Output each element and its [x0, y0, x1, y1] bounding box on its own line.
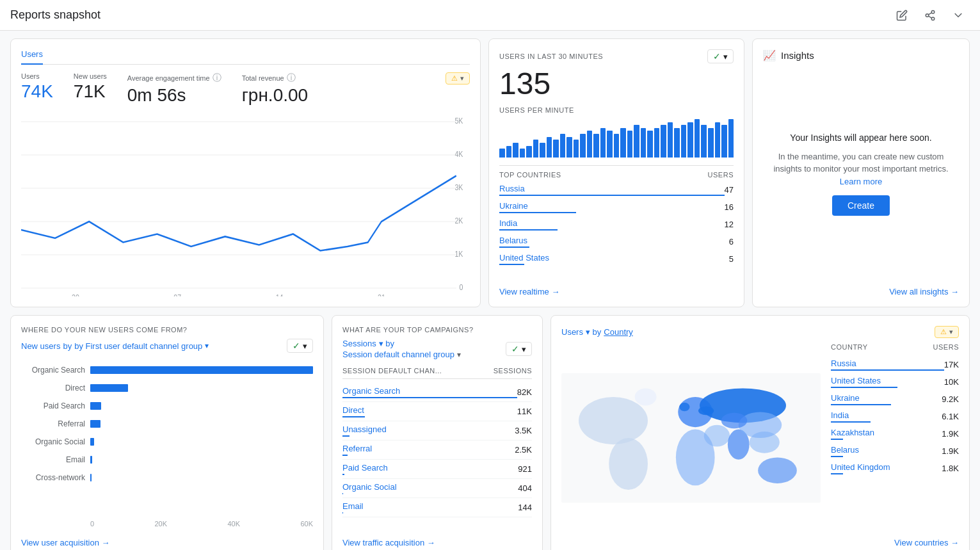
session-channel[interactable]: Paid Search — [342, 463, 388, 473]
more-button[interactable] — [947, 4, 970, 27]
geo-country-name[interactable]: United States — [831, 376, 881, 385]
hbar-track — [90, 456, 313, 464]
mini-bar — [540, 143, 545, 158]
share-button[interactable] — [919, 4, 942, 27]
mini-bar-chart — [499, 119, 734, 158]
geo-country-row: Ukraine 9.2K — [831, 391, 959, 408]
svg-point-1 — [926, 13, 929, 17]
mini-bar — [668, 122, 673, 158]
view-all-insights-link[interactable]: View all insights → — [763, 287, 959, 296]
geo-country-name[interactable]: United Kingdom — [831, 462, 890, 472]
mini-bar — [560, 134, 566, 158]
revenue-value: грн.0.00 — [242, 85, 309, 106]
session-channel[interactable]: Unassigned — [342, 425, 387, 434]
hbar-track — [90, 384, 313, 392]
edit-button[interactable] — [890, 4, 913, 27]
geo-warning-badge[interactable]: ⚠ ▾ — [935, 326, 959, 338]
tab-users[interactable]: Users — [21, 49, 43, 64]
new-users-metric: New users 71K — [74, 72, 107, 102]
svg-point-33 — [739, 412, 782, 439]
svg-text:2K: 2K — [454, 216, 463, 225]
country-name[interactable]: India — [499, 218, 517, 228]
realtime-header: USERS IN LAST 30 MINUTES ✓ ▾ — [499, 49, 734, 63]
engagement-info-icon[interactable]: ⓘ — [213, 72, 221, 84]
hbar-track — [90, 474, 313, 481]
geo-country-name[interactable]: Russia — [831, 359, 856, 368]
bottom-row: WHERE DO YOUR NEW USERS COME FROM? New u… — [10, 315, 970, 550]
svg-text:21: 21 — [378, 293, 385, 296]
hbar-fill — [90, 384, 128, 392]
campaigns-section-label: WHAT ARE YOUR TOP CAMPAIGNS? — [342, 326, 532, 334]
insights-body: Your Insights will appear here soon. In … — [763, 61, 959, 287]
insights-trend-icon: 📈 — [763, 49, 776, 61]
mini-bar — [499, 149, 505, 158]
country-name[interactable]: United States — [499, 253, 549, 263]
new-users-value: 71K — [74, 81, 107, 102]
geo-card: Users ▾ by Country ⚠ ▾ — [550, 315, 970, 550]
session-bar — [342, 455, 348, 456]
session-channel[interactable]: Organic Social — [342, 482, 397, 492]
view-realtime-link[interactable]: View realtime → — [499, 287, 734, 296]
session-bar — [342, 512, 343, 514]
create-button[interactable]: Create — [832, 195, 890, 216]
svg-line-4 — [928, 12, 931, 14]
hbar-tick: 60K — [300, 520, 313, 528]
geo-warning-icon: ⚠ — [940, 328, 947, 336]
engagement-metric: Average engagement time ⓘ 0m 56s — [127, 72, 221, 106]
revenue-info-icon[interactable]: ⓘ — [287, 72, 296, 84]
metrics-tabs: Users — [21, 49, 470, 65]
country-name[interactable]: Russia — [499, 184, 525, 193]
geo-country-value: 6.1K — [942, 412, 959, 421]
country-row: India 12 — [499, 218, 734, 231]
svg-text:30: 30 — [72, 293, 79, 296]
geo-country-bar — [831, 369, 944, 371]
insights-card: 📈 Insights Your Insights will appear her… — [752, 38, 970, 307]
mini-bar — [634, 125, 639, 158]
geo-country-name[interactable]: Belarus — [831, 445, 859, 455]
geo-country-row: Belarus 1.9K — [831, 442, 959, 460]
acquisition-dropdown-icon[interactable]: ▾ — [205, 341, 209, 350]
view-traffic-link[interactable]: View traffic acquisition → — [342, 538, 532, 547]
realtime-badge[interactable]: ✓ ▾ — [707, 49, 734, 63]
hbar-tick: 20K — [155, 520, 168, 528]
hbar-label: Organic Social — [21, 437, 85, 446]
geo-country-bar — [831, 387, 897, 388]
country-name[interactable]: Belarus — [499, 236, 527, 245]
geo-header-left: Users ▾ by Country — [561, 327, 633, 337]
learn-more-link[interactable]: Learn more — [840, 177, 882, 186]
geo-country-bar — [831, 456, 843, 457]
svg-point-2 — [931, 17, 935, 20]
session-channel[interactable]: Referral — [342, 444, 372, 453]
acq-dropdown-icon: ▾ — [303, 341, 307, 351]
mini-bar — [721, 125, 727, 158]
users-label: Users — [21, 72, 53, 80]
session-row: Organic Search 82K — [342, 383, 532, 402]
country-value: 5 — [729, 254, 734, 264]
session-row: Email 144 — [342, 498, 532, 517]
mini-bar — [701, 125, 707, 158]
acquisition-header-left: New users by by First user default chann… — [21, 341, 209, 351]
hbar-axis: 020K40K60K — [21, 520, 313, 528]
hbar-track — [90, 402, 313, 410]
view-countries-link[interactable]: View countries → — [561, 538, 959, 547]
mini-bar — [506, 146, 512, 158]
acquisition-badge[interactable]: ✓ ▾ — [287, 339, 313, 353]
campaigns-badge[interactable]: ✓ ▾ — [506, 342, 532, 356]
geo-country-name[interactable]: India — [831, 410, 849, 420]
metrics-values: Users 74K New users 71K Average engageme… — [21, 72, 470, 106]
country-name[interactable]: Ukraine — [499, 201, 528, 211]
svg-point-26 — [609, 438, 648, 490]
hbar-row: Direct — [21, 384, 313, 392]
geo-country-name[interactable]: Ukraine — [831, 393, 860, 403]
view-acquisition-link[interactable]: View user acquisition → — [21, 538, 313, 547]
country-col-label: COUNTRY — [831, 343, 868, 351]
session-row: Unassigned 3.5K — [342, 421, 532, 441]
session-channel[interactable]: Organic Search — [342, 386, 400, 396]
campaigns-dropdown-icon[interactable]: ▾ — [457, 350, 461, 359]
geo-country-name[interactable]: Kazakhstan — [831, 428, 874, 437]
session-channel[interactable]: Direct — [342, 405, 364, 415]
session-channel[interactable]: Email — [342, 501, 364, 511]
warning-badge[interactable]: ⚠ ▾ — [446, 72, 470, 85]
geo-header: Users ▾ by Country ⚠ ▾ — [561, 326, 959, 338]
main-metrics-card: Users Users 74K New users 71K — [10, 38, 481, 307]
